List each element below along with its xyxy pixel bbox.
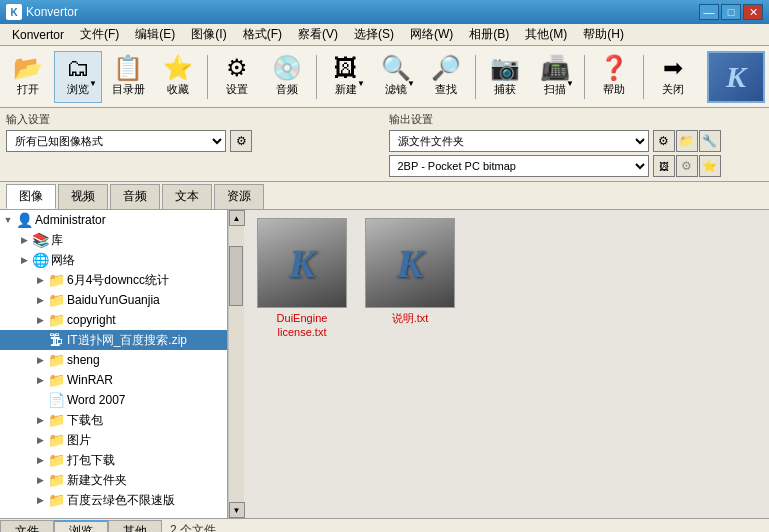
main-area: ▼ 👤 Administrator ▶ 📚 库 ▶ 🌐 网络 ▶ 📁 6月4号d…: [0, 210, 769, 518]
scroll-track[interactable]: [229, 226, 244, 502]
help-icon: ❓: [599, 56, 629, 80]
app-icon: K: [6, 4, 22, 20]
toolbar-sep-3: [475, 55, 476, 99]
file-thumbnail-2: K: [365, 218, 455, 308]
tree-item-pictures[interactable]: ▶ 📁 图片: [0, 430, 227, 450]
output-icon-btn-1[interactable]: ⚙: [653, 130, 675, 152]
maximize-button[interactable]: □: [721, 4, 741, 20]
close-button[interactable]: ✕: [743, 4, 763, 20]
status-bar: 文件 浏览 其他 2 个文件: [0, 518, 769, 532]
tree-item-library[interactable]: ▶ 📚 库: [0, 230, 227, 250]
tree-item-download[interactable]: ▶ 📁 下载包: [0, 410, 227, 430]
browse-button[interactable]: 🗂 浏览 ▼: [54, 51, 102, 103]
menu-image[interactable]: 图像(I): [183, 24, 234, 45]
close-app-icon: ➡: [663, 56, 683, 80]
tree-item-winrar[interactable]: ▶ 📁 WinRAR: [0, 370, 227, 390]
output-settings-group: 输出设置 源文件文件夹 ⚙ 📁 🔧 2BP - Pocket PC bitmap…: [389, 112, 764, 177]
tab-audio[interactable]: 音频: [110, 184, 160, 209]
folder-icon: 📁: [48, 272, 64, 288]
scan-button[interactable]: 📠 扫描 ▼: [531, 51, 579, 103]
output-format-icon-btn-2[interactable]: ⚙: [676, 155, 698, 177]
menu-view[interactable]: 察看(V): [290, 24, 346, 45]
folder-icon: 📁: [48, 352, 64, 368]
status-tab-other[interactable]: 其他: [108, 520, 162, 533]
new-button[interactable]: 🖼 新建 ▼: [322, 51, 370, 103]
tree-item-zip[interactable]: 🗜 IT逍扑网_百度搜索.zip: [0, 330, 227, 350]
output-destination-select[interactable]: 源文件文件夹: [389, 130, 649, 152]
find-icon: 🔎: [431, 56, 461, 80]
folder-icon: 📚: [32, 232, 48, 248]
input-format-select[interactable]: 所有已知图像格式: [6, 130, 226, 152]
capture-button[interactable]: 📷 捕获: [481, 51, 529, 103]
tree-item-baidu-green[interactable]: ▶ 📁 百度云绿色不限速版: [0, 490, 227, 510]
audio-icon: 💿: [272, 56, 302, 80]
scroll-thumb[interactable]: [229, 246, 243, 306]
tab-text[interactable]: 文本: [162, 184, 212, 209]
tree-item-downcc[interactable]: ▶ 📁 6月4号downcc统计: [0, 270, 227, 290]
favorites-button[interactable]: ⭐ 收藏: [154, 51, 202, 103]
menu-file[interactable]: 文件(F): [72, 24, 127, 45]
scroll-up-btn[interactable]: ▲: [229, 210, 245, 226]
output-icon-btn-3[interactable]: 🔧: [699, 130, 721, 152]
find-button[interactable]: 🔎 查找: [422, 51, 470, 103]
file-item-2[interactable]: K 说明.txt: [360, 218, 460, 340]
menu-network[interactable]: 网络(W): [402, 24, 461, 45]
tree-item-sheng[interactable]: ▶ 📁 sheng: [0, 350, 227, 370]
settings-icon: ⚙: [226, 56, 248, 80]
new-arrow-icon: ▼: [357, 79, 365, 88]
open-button[interactable]: 📂 打开: [4, 51, 52, 103]
output-icon-btn-2[interactable]: 📁: [676, 130, 698, 152]
file-label-1: DuiEngine license.txt: [252, 311, 352, 340]
expand-icon: ▶: [32, 292, 48, 308]
file-label-2: 说明.txt: [392, 311, 429, 325]
tree-item-baiduyun[interactable]: ▶ 📁 BaiduYunGuanjia: [0, 290, 227, 310]
filter-button[interactable]: 🔍 滤镜 ▼: [372, 51, 420, 103]
tree-item-pack-download[interactable]: ▶ 📁 打包下载: [0, 450, 227, 470]
open-icon: 📂: [13, 56, 43, 80]
tree-item-administrator[interactable]: ▼ 👤 Administrator: [0, 210, 227, 230]
menu-album[interactable]: 相册(B): [461, 24, 517, 45]
tab-image[interactable]: 图像: [6, 184, 56, 209]
tree-scrollbar[interactable]: ▲ ▼: [228, 210, 244, 518]
minimize-button[interactable]: —: [699, 4, 719, 20]
catalog-button[interactable]: 📋 目录册: [104, 51, 152, 103]
folder-icon: 📁: [48, 372, 64, 388]
menu-edit[interactable]: 编辑(E): [127, 24, 183, 45]
tree-item-network[interactable]: ▶ 🌐 网络: [0, 250, 227, 270]
menu-other[interactable]: 其他(M): [517, 24, 575, 45]
menu-konvertor[interactable]: Konvertor: [4, 26, 72, 44]
expand-icon: ▼: [0, 212, 16, 228]
output-format-icon-btn-3[interactable]: ⭐: [699, 155, 721, 177]
menu-select[interactable]: 选择(S): [346, 24, 402, 45]
settings-button[interactable]: ⚙ 设置: [213, 51, 261, 103]
file-item-1[interactable]: K DuiEngine license.txt: [252, 218, 352, 340]
expand-icon: ▶: [32, 452, 48, 468]
browse-icon: 🗂: [66, 56, 90, 80]
audio-button[interactable]: 💿 音频: [263, 51, 311, 103]
tree-item-new-folder[interactable]: ▶ 📁 新建文件夹: [0, 470, 227, 490]
tab-video[interactable]: 视频: [58, 184, 108, 209]
folder-icon: 📁: [48, 292, 64, 308]
status-info: 2 个文件: [162, 522, 769, 532]
window-title: Konvertor: [26, 5, 78, 19]
filter-icon: 🔍: [381, 56, 411, 80]
input-settings-icon-btn[interactable]: ⚙: [230, 130, 252, 152]
tree-item-copyright[interactable]: ▶ 📁 copyright: [0, 310, 227, 330]
tab-resource[interactable]: 资源: [214, 184, 264, 209]
status-tab-browse[interactable]: 浏览: [54, 520, 108, 533]
menu-format[interactable]: 格式(F): [235, 24, 290, 45]
scroll-down-btn[interactable]: ▼: [229, 502, 245, 518]
output-format-select[interactable]: 2BP - Pocket PC bitmap: [389, 155, 649, 177]
menu-bar: Konvertor 文件(F) 编辑(E) 图像(I) 格式(F) 察看(V) …: [0, 24, 769, 46]
tree-panel-wrapper: ▼ 👤 Administrator ▶ 📚 库 ▶ 🌐 网络 ▶ 📁 6月4号d…: [0, 210, 244, 518]
help-button[interactable]: ❓ 帮助: [590, 51, 638, 103]
scan-icon: 📠: [540, 56, 570, 80]
word-icon: 📄: [48, 392, 64, 408]
close-app-button[interactable]: ➡ 关闭: [649, 51, 697, 103]
menu-help[interactable]: 帮助(H): [575, 24, 632, 45]
output-format-icon-btn-1[interactable]: 🖼: [653, 155, 675, 177]
status-tab-file[interactable]: 文件: [0, 520, 54, 533]
tree-item-word[interactable]: 📄 Word 2007: [0, 390, 227, 410]
catalog-icon: 📋: [113, 56, 143, 80]
folder-icon: 📁: [48, 412, 64, 428]
